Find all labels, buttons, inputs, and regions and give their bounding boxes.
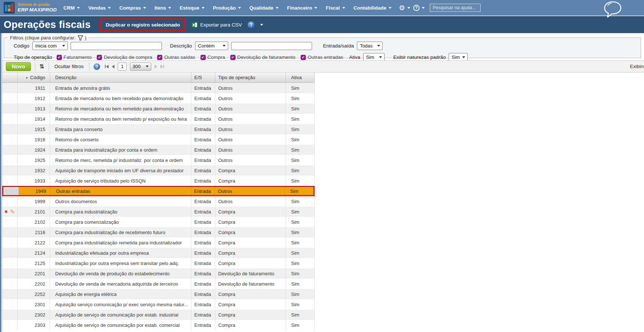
row-action-cell [2,258,18,268]
table-row[interactable]: 1912Entrada de mercadoria ou bem recebid… [2,93,315,103]
table-row[interactable]: 1999Outros documentosEntradaOutrosSim [2,196,315,206]
hide-filters-button[interactable]: Ocultar filtros [53,64,85,69]
codigo-filter-input[interactable] [71,42,162,50]
checkbox-outras-entradas[interactable]: ✔Outras entradas [301,54,343,60]
duplicate-record-button[interactable]: Duplicar o registro selecionado [100,18,185,32]
table-row[interactable]: 1911Entrada de amostra grátisEntradaOutr… [2,83,315,93]
table-row[interactable]: 2301Aquisição serviço comunicação p/ exe… [2,299,315,310]
nav-item-compras[interactable]: Compras [119,5,146,11]
table-row[interactable]: 1913Retorno de mercadoria ou bem remetid… [2,103,315,114]
filters-legend[interactable]: Filtros (clique para configurar: ) [8,35,89,40]
cell-ativa: Sim [286,165,315,176]
page-size-select[interactable]: 300 [130,63,151,71]
chevron-down-icon [389,7,392,9]
settings-menu[interactable]: ⚙ [399,4,410,11]
nav-item-fiscal[interactable]: Fiscal [326,5,345,11]
cell-descricao: Aquisição serviço comunicação p/ exec se… [50,299,191,310]
cell-ativa: Sim [286,227,315,237]
nav-item-label: Produção [213,5,236,11]
cell-es: Entrada [191,196,215,206]
checkbox-devolucao-de-compra[interactable]: ✔Devolução de compra [97,54,152,60]
table-row[interactable]: 2252Aquisição de energia elétricaEntrada… [2,289,315,299]
cell-descricao: Entrada para industrialização por conta … [50,145,191,155]
pagination: 1 300 [105,63,164,71]
cell-tipo: Devolução de faturamento [215,268,286,279]
table-row[interactable]: 2122Compra para industrialização remetid… [2,237,315,248]
last-page-button[interactable] [160,65,164,68]
select-value: Inicia com [35,43,57,49]
table-row[interactable]: 2102Compra para comercializaçãoEntradaCo… [2,217,315,227]
chevron-down-icon [202,7,205,9]
page-number-input[interactable]: 1 [118,63,127,71]
descricao-filter-input[interactable] [231,42,312,50]
table-row[interactable]: 2302Aquisição de serviço de comunicação … [2,310,315,320]
checkbox-outras-saidas[interactable]: ✔Outras saídas [157,54,195,60]
table-row[interactable]: 1924Entrada para industrialização por co… [2,145,315,155]
cell-descricao: Compra para industrialização de recebime… [50,227,191,237]
table-row[interactable]: 1949Outras entradasEntradaOutrosSim [2,186,315,196]
table-row[interactable]: 1925Retorno de merc. remetida p/ industr… [2,155,315,165]
next-page-button[interactable] [155,65,157,68]
help-icon[interactable]: ? [93,63,100,70]
table-row[interactable]: 2201Devolução de venda de produção do es… [2,268,315,279]
cell-codigo: 1933 [18,176,50,186]
nav-item-label: Vendas [88,5,106,11]
table-row[interactable]: 2124Industrialização efetuada por outra … [2,248,315,258]
nav-item-contabilidade[interactable]: Contabilidade [354,5,392,11]
help-icon: ? [413,5,420,11]
table-row[interactable]: 2125Industrialização por outra empresa s… [2,258,315,268]
table-row[interactable]: 2303Aquisição de serviço de comunicação … [2,320,315,330]
new-button[interactable]: Novo [6,62,31,71]
app-logo[interactable]: Sistema de gestão ERP MAXIPROD [4,2,57,14]
codigo-operator-select[interactable]: Inicia com [32,42,68,50]
nav-item-producao[interactable]: Produção [213,5,241,11]
help-icon[interactable]: ? [248,21,255,28]
nav-item-estoque[interactable]: Estoque [180,5,204,11]
checkbox-compra[interactable]: ✔Compra [201,54,225,60]
edit-icon[interactable]: ✎ [10,208,15,215]
table-row[interactable]: 1933Aquisição de serviço tributado pelo … [2,176,315,186]
refresh-icon[interactable]: ⇅ [39,63,44,70]
export-csv-button[interactable]: X Exportar para CSV [191,22,242,28]
nav-item-qualidade[interactable]: Qualidade [250,5,279,11]
chevron-down-icon [407,7,410,9]
table-row[interactable]: ✖✎2101Compra para industrializaçãoEntrad… [2,206,315,217]
select-value: Sim [452,54,460,60]
table-row[interactable]: 1915Entrada para consertoEntradaOutrosSi… [2,124,315,134]
prev-page-button[interactable] [112,65,114,68]
nav-item-crm[interactable]: CRM [63,5,80,11]
first-page-button[interactable] [105,65,109,68]
nav-item-vendas[interactable]: Vendas [88,5,111,11]
header-tipo[interactable]: Tipo de operação [215,73,286,82]
table-row[interactable]: 1916Retorno de consertoEntradaOutrosSim [2,134,315,145]
table-row[interactable]: 2202Devolução de venda de mercadoria adq… [2,279,315,289]
table-row[interactable]: 2116Compra para industrialização de rece… [2,227,315,237]
chat-icon[interactable] [603,1,623,18]
nav-item-itens[interactable]: Itens [155,5,171,11]
nav-item-label: Financeiro [287,5,312,11]
nav-item-financeiro[interactable]: Financeiro [287,5,317,11]
table-row[interactable]: 1932Aquisição de transporte iniciado em … [2,165,315,176]
chevron-down-icon[interactable] [260,24,263,26]
help-search-input[interactable] [430,4,481,12]
cell-descricao: Retorno de mercadoria ou bem remetido p/… [50,114,191,124]
cell-tipo: Outros [215,196,286,206]
row-action-cell [2,114,18,124]
cell-codigo: 2116 [18,227,50,237]
header-ativa[interactable]: Ativa [286,73,315,82]
header-es[interactable]: E/S [191,73,215,82]
delete-icon[interactable]: ✖ [4,209,8,214]
chevron-down-icon [276,7,279,9]
cell-es: Entrada [191,237,215,248]
table-row[interactable]: 1914Retorno de mercadoria ou bem remetid… [2,114,315,124]
checkbox-faturamento[interactable]: ✔Faturamento [57,54,92,60]
left-splitter[interactable] [0,33,2,332]
checkbox-devolucao-de-faturamento[interactable]: ✔Devolução de faturamento [230,54,296,60]
entrada-saida-select[interactable]: Todas [357,42,383,50]
header-descricao[interactable]: Descrição [50,73,191,82]
row-action-cell [2,217,18,227]
header-codigo[interactable]: ▲ Código [18,73,50,82]
descricao-operator-select[interactable]: Contém [195,42,228,50]
cell-ativa: Sim [286,176,315,186]
help-menu[interactable]: ? [413,5,425,11]
